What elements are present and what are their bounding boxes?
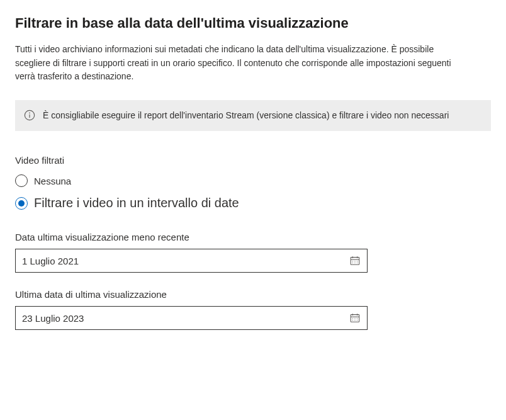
svg-point-22 — [354, 320, 355, 321]
filter-radio-group: Nessuna Filtrare i video in un intervall… — [15, 174, 491, 210]
page-description: Tutti i video archiviano informazioni su… — [15, 43, 468, 84]
oldest-date-block: Data ultima visualizzazione meno recente… — [15, 232, 491, 273]
info-banner-text: È consigliabile eseguire il report dell'… — [43, 109, 449, 122]
svg-point-8 — [352, 261, 353, 261]
radio-circle-range[interactable] — [15, 197, 28, 210]
svg-point-12 — [354, 263, 355, 263]
svg-point-9 — [354, 261, 355, 261]
calendar-icon[interactable] — [349, 255, 361, 266]
svg-point-20 — [357, 318, 357, 319]
latest-date-value: 23 Luglio 2023 — [22, 313, 84, 324]
oldest-date-input[interactable]: 1 Luglio 2021 — [15, 249, 368, 273]
radio-circle-none[interactable] — [15, 174, 28, 187]
page-title: Filtrare in base alla data dell'ultima v… — [15, 15, 491, 31]
svg-point-21 — [352, 320, 353, 321]
svg-point-19 — [354, 318, 355, 319]
radio-label-none: Nessuna — [34, 176, 71, 186]
filter-group-label: Video filtrati — [15, 155, 491, 166]
calendar-icon[interactable] — [349, 312, 361, 324]
svg-point-13 — [357, 263, 357, 263]
svg-point-18 — [352, 318, 353, 319]
radio-label-range: Filtrare i video in un intervallo di dat… — [34, 196, 239, 210]
radio-dot — [18, 200, 25, 207]
svg-point-11 — [352, 263, 353, 263]
latest-date-label: Ultima data di ultima visualizzazione — [15, 289, 491, 300]
radio-option-range[interactable]: Filtrare i video in un intervallo di dat… — [15, 196, 491, 210]
svg-point-23 — [357, 320, 357, 321]
latest-date-input[interactable]: 23 Luglio 2023 — [15, 306, 368, 330]
info-icon — [24, 110, 35, 121]
oldest-date-label: Data ultima visualizzazione meno recente — [15, 232, 491, 242]
latest-date-block: Ultima data di ultima visualizzazione 23… — [15, 289, 491, 330]
radio-option-none[interactable]: Nessuna — [15, 174, 491, 187]
oldest-date-value: 1 Luglio 2021 — [22, 256, 79, 266]
info-banner: È consigliabile eseguire il report dell'… — [15, 100, 491, 131]
svg-point-2 — [29, 113, 30, 114]
svg-point-10 — [357, 261, 357, 261]
